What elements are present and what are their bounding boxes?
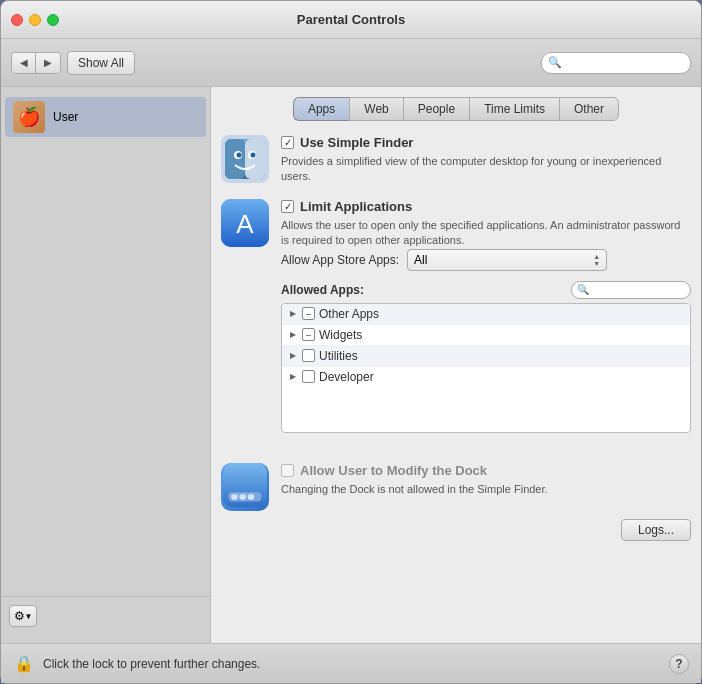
tab-other[interactable]: Other <box>559 97 619 121</box>
select-arrows: ▲ ▼ <box>593 253 600 267</box>
simple-finder-section: Use Simple Finder Provides a simplified … <box>221 135 691 185</box>
tab-apps[interactable]: Apps <box>293 97 349 121</box>
modify-dock-section: Allow User to Modify the Dock Changing t… <box>221 463 691 511</box>
minimize-button[interactable] <box>29 14 41 26</box>
search-input[interactable] <box>565 56 684 70</box>
apps-search-box: 🔍 <box>571 281 691 299</box>
expand-arrow: ▶ <box>290 330 296 339</box>
tab-web[interactable]: Web <box>349 97 402 121</box>
svg-rect-13 <box>240 494 246 500</box>
finder-icon <box>221 135 269 183</box>
tab-people[interactable]: People <box>403 97 469 121</box>
svg-text:A: A <box>236 209 254 239</box>
gear-button[interactable]: ⚙ ▼ <box>9 605 37 627</box>
limit-apps-description: Allows the user to open only the specifi… <box>281 218 691 249</box>
toolbar: ◀ ▶ Show All 🔍 <box>1 39 701 87</box>
modify-dock-label: Allow User to Modify the Dock <box>300 463 487 478</box>
utilities-label: Utilities <box>319 349 358 363</box>
close-button[interactable] <box>11 14 23 26</box>
modify-dock-checkbox[interactable] <box>281 464 294 477</box>
maximize-button[interactable] <box>47 14 59 26</box>
allow-store-label: Allow App Store Apps: <box>281 253 399 267</box>
tab-time-limits[interactable]: Time Limits <box>469 97 559 121</box>
expand-arrow: ▶ <box>290 309 296 318</box>
allow-store-row: Allow App Store Apps: All ▲ ▼ <box>281 249 691 271</box>
widgets-checkbox[interactable]: – <box>302 328 315 341</box>
search-box: 🔍 <box>541 52 691 74</box>
logs-row: Logs... <box>221 519 691 541</box>
svg-point-7 <box>251 153 256 158</box>
apps-search-input[interactable] <box>591 284 685 296</box>
expand-arrow: ▶ <box>290 372 296 381</box>
list-item[interactable]: ▶ Utilities <box>282 346 690 367</box>
simple-finder-checkbox[interactable] <box>281 136 294 149</box>
simple-finder-title: Use Simple Finder <box>281 135 691 150</box>
simple-finder-label: Use Simple Finder <box>300 135 413 150</box>
show-all-button[interactable]: Show All <box>67 51 135 75</box>
limit-apps-text: Limit Applications Allows the user to op… <box>281 199 691 445</box>
expand-arrow: ▶ <box>290 351 296 360</box>
other-apps-label: Other Apps <box>319 307 379 321</box>
svg-rect-14 <box>248 494 254 500</box>
window-title: Parental Controls <box>297 12 405 27</box>
parental-controls-window: Parental Controls ◀ ▶ Show All 🔍 🍎 User … <box>0 0 702 684</box>
back-button[interactable]: ◀ <box>12 53 36 73</box>
select-value: All <box>414 253 427 267</box>
other-apps-checkbox[interactable]: – <box>302 307 315 320</box>
svg-rect-2 <box>225 139 245 179</box>
content-area: Apps Web People Time Limits Other <box>211 87 701 643</box>
forward-button[interactable]: ▶ <box>36 53 60 73</box>
apps-search-icon: 🔍 <box>577 284 589 295</box>
footer: 🔒 Click the lock to prevent further chan… <box>1 643 701 683</box>
tab-bar: Apps Web People Time Limits Other <box>221 97 691 121</box>
gear-arrow: ▼ <box>25 612 33 621</box>
limit-apps-label: Limit Applications <box>300 199 412 214</box>
allowed-apps-label: Allowed Apps: <box>281 283 364 297</box>
svg-point-6 <box>237 153 242 158</box>
simple-finder-description: Provides a simplified view of the comput… <box>281 154 691 185</box>
dock-icon <box>221 463 269 511</box>
user-name: User <box>53 110 78 124</box>
apps-list: ▶ – Other Apps ▶ – Widgets <box>281 303 691 433</box>
modify-dock-description: Changing the Dock is not allowed in the … <box>281 482 691 497</box>
simple-finder-text: Use Simple Finder Provides a simplified … <box>281 135 691 185</box>
sidebar: 🍎 User ⚙ ▼ <box>1 87 211 643</box>
app-store-select[interactable]: All ▲ ▼ <box>407 249 607 271</box>
svg-rect-3 <box>245 139 265 179</box>
user-avatar: 🍎 <box>13 101 45 133</box>
list-item[interactable]: ▶ – Other Apps <box>282 304 690 325</box>
utilities-checkbox[interactable] <box>302 349 315 362</box>
main-area: 🍎 User ⚙ ▼ Apps Web People Time Limits O… <box>1 87 701 643</box>
limit-apps-section: A Limit Applications Allows the user to … <box>221 199 691 445</box>
allowed-apps-header: Allowed Apps: 🔍 <box>281 281 691 299</box>
developer-label: Developer <box>319 370 374 384</box>
logs-button[interactable]: Logs... <box>621 519 691 541</box>
modify-dock-title: Allow User to Modify the Dock <box>281 463 691 478</box>
modify-dock-text: Allow User to Modify the Dock Changing t… <box>281 463 691 497</box>
list-item[interactable]: ▶ Developer <box>282 367 690 387</box>
sidebar-user-item[interactable]: 🍎 User <box>5 97 206 137</box>
gear-icon: ⚙ <box>14 609 25 623</box>
help-button[interactable]: ? <box>669 654 689 674</box>
traffic-lights <box>11 14 59 26</box>
limit-apps-checkbox[interactable] <box>281 200 294 213</box>
limit-apps-title: Limit Applications <box>281 199 691 214</box>
developer-checkbox[interactable] <box>302 370 315 383</box>
widgets-label: Widgets <box>319 328 362 342</box>
limit-apps-icon: A <box>221 199 269 247</box>
sidebar-footer: ⚙ ▼ <box>1 596 210 635</box>
footer-text: Click the lock to prevent further change… <box>43 657 260 671</box>
search-icon: 🔍 <box>548 56 562 69</box>
lock-icon[interactable]: 🔒 <box>13 653 35 675</box>
nav-buttons: ◀ ▶ <box>11 52 61 74</box>
svg-rect-12 <box>231 494 237 500</box>
title-bar: Parental Controls <box>1 1 701 39</box>
list-item[interactable]: ▶ – Widgets <box>282 325 690 346</box>
